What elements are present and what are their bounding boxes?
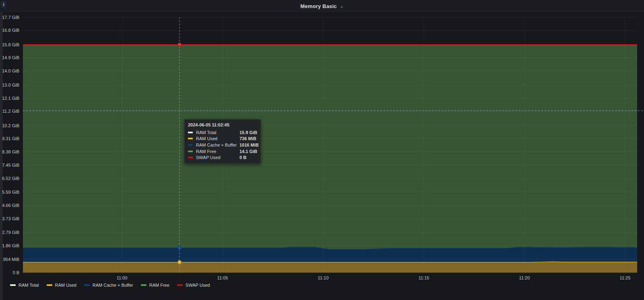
x-tick-label: 11:20 [519, 275, 530, 280]
y-tick-label: 7.45 GiB [0, 163, 19, 168]
y-tick-label: 17.7 GiB [0, 15, 19, 20]
x-tick-label: 11:25 [620, 275, 631, 280]
y-tick-label: 11.2 GiB [0, 109, 19, 114]
legend-label: RAM Cache + Buffer [93, 283, 133, 288]
hover-point-ram-used [178, 261, 181, 264]
series-color-icon [10, 284, 16, 286]
legend-label: SWAP Used [186, 283, 210, 288]
y-tick-label: 5.59 GiB [0, 190, 19, 194]
legend-label: RAM Used [55, 283, 76, 288]
tooltip-series-name: RAM Cache + Buffer [196, 143, 239, 147]
y-tick-label: 2.79 GiB [0, 230, 19, 235]
y-tick-label: 12.1 GiB [0, 96, 19, 101]
tooltip-series-name: SWAP Used [196, 155, 239, 160]
tooltip-row-ram-cache-buffer: RAM Cache + Buffer1016 MiB [188, 142, 257, 148]
tooltip-row-swap-used: SWAP Used0 B [188, 154, 257, 161]
tooltip-row-ram-free: RAM Free14.1 GiB [188, 148, 257, 155]
legend-item-ram-cache-buffer[interactable]: RAM Cache + Buffer [84, 283, 133, 288]
x-tick-label: 11:05 [217, 275, 228, 280]
chart-legend: RAM TotalRAM UsedRAM Cache + BufferRAM F… [10, 282, 210, 288]
memory-chart[interactable] [0, 0, 644, 300]
x-tick-label: 11:15 [419, 275, 429, 280]
series-color-icon [84, 284, 90, 286]
tooltip-series-name: RAM Used [196, 136, 239, 141]
legend-label: RAM Total [19, 283, 39, 288]
y-tick-label: 4.66 GiB [0, 203, 19, 208]
tooltip-row-ram-used: RAM Used736 MiB [188, 136, 257, 142]
series-color-icon [188, 138, 193, 139]
y-tick-label: 10.2 GiB [0, 123, 19, 128]
y-tick-label: 16.8 GiB [0, 28, 19, 33]
tooltip-timestamp: 2024-06-05 11:02:45 [188, 122, 257, 127]
series-color-icon [188, 151, 193, 152]
tooltip-series-value: 15.9 GiB [239, 130, 257, 135]
y-tick-label: 14.0 GiB [0, 68, 19, 73]
y-tick-label: 15.8 GiB [0, 42, 19, 47]
legend-item-ram-used[interactable]: RAM Used [47, 283, 76, 288]
area-ram-free [23, 45, 637, 249]
tooltip-series-value: 14.1 GiB [239, 149, 257, 154]
y-tick-label: 6.52 GiB [0, 176, 19, 181]
series-color-icon [47, 284, 52, 286]
series-color-icon [188, 132, 193, 133]
grafana-panel: Memory Basic ⌄ i 17.7 GiB16.8 GiB15.8 Gi… [0, 0, 644, 300]
legend-item-swap-used[interactable]: SWAP Used [177, 283, 210, 288]
x-tick-label: 11:00 [117, 275, 128, 280]
tooltip-row-ram-total: RAM Total15.9 GiB [188, 129, 257, 136]
series-color-icon [188, 144, 193, 146]
series-color-icon [177, 284, 183, 286]
legend-item-ram-free[interactable]: RAM Free [141, 283, 169, 288]
series-areas [23, 45, 637, 273]
series-color-icon [188, 157, 193, 158]
hover-point-swap-used [178, 43, 181, 46]
tooltip-series-value: 736 MiB [239, 136, 256, 141]
tooltip-series-name: RAM Total [196, 130, 239, 135]
series-color-icon [141, 284, 147, 286]
y-tick-label: 1.86 GiB [0, 243, 19, 248]
y-tick-label: 8.38 GiB [0, 149, 19, 154]
y-tick-label: 0 B [0, 270, 19, 275]
tooltip-series-value: 1016 MiB [239, 143, 259, 147]
legend-item-ram-total[interactable]: RAM Total [10, 283, 39, 288]
y-tick-label: 3.73 GiB [0, 216, 19, 221]
y-tick-label: 14.9 GiB [0, 55, 19, 60]
hover-point-ram-cache-buffer [178, 246, 181, 249]
area-ram-used [23, 262, 637, 273]
chart-tooltip: 2024-06-05 11:02:45 RAM Total15.9 GiBRAM… [184, 119, 261, 163]
x-tick-label: 11:10 [318, 275, 329, 280]
legend-label: RAM Free [149, 283, 169, 288]
tooltip-series-value: 0 B [239, 155, 246, 160]
y-tick-label: 13.0 GiB [0, 83, 19, 87]
y-tick-label: 9.31 GiB [0, 136, 19, 141]
y-tick-label: 954 MiB [0, 257, 19, 262]
tooltip-series-name: RAM Free [196, 149, 239, 154]
